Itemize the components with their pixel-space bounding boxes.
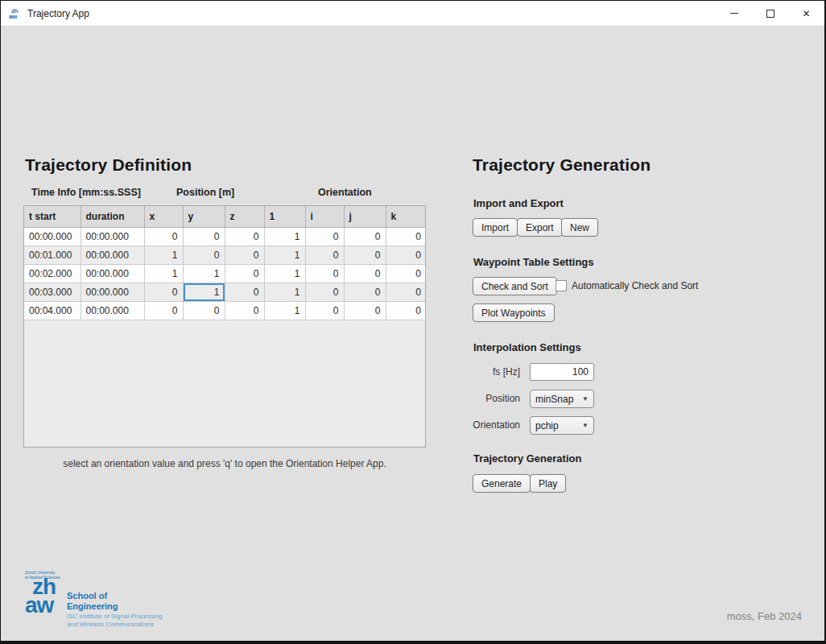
- table-cell[interactable]: 0: [305, 264, 344, 283]
- table-cell[interactable]: 0: [225, 246, 264, 264]
- fs-input[interactable]: [530, 363, 594, 381]
- maximize-button[interactable]: [752, 1, 788, 26]
- import-button[interactable]: Import: [473, 218, 518, 237]
- table-cell[interactable]: 0: [386, 227, 426, 246]
- app-logo-icon-line2: aw: [9, 14, 23, 19]
- table-cell[interactable]: 1: [183, 283, 225, 301]
- table-cell[interactable]: 1: [264, 301, 305, 320]
- table-cell[interactable]: 0: [386, 301, 426, 320]
- group-header-time-info: Time Info [mm:ss.SSS]: [31, 187, 141, 198]
- school-of-engineering-label: School of Engineering: [67, 591, 118, 612]
- table-cell[interactable]: 0: [225, 264, 264, 283]
- table-cell[interactable]: 1: [144, 264, 183, 283]
- auto-check-sort-label: Automatically Check and Sort: [572, 280, 698, 291]
- table-cell[interactable]: 00:00.000: [24, 227, 81, 246]
- table-body: 00:00.00000:00.000000100000:01.00000:00.…: [24, 227, 426, 320]
- table-cell[interactable]: 0: [305, 246, 344, 264]
- table-cell[interactable]: 0: [344, 246, 386, 264]
- zhaw-logo: zh aw: [25, 577, 56, 614]
- minimize-button[interactable]: [716, 1, 752, 26]
- table-cell[interactable]: 00:04.000: [24, 301, 81, 320]
- table-cell[interactable]: 00:00.000: [81, 301, 144, 320]
- table-cell[interactable]: 0: [144, 283, 183, 301]
- table-header-row: t startdurationxyz1ijk: [24, 206, 426, 227]
- minimize-icon: [730, 13, 738, 14]
- table-cell[interactable]: 1: [264, 283, 305, 301]
- table-cell[interactable]: 0: [344, 283, 386, 301]
- table-cell[interactable]: 00:00.000: [81, 246, 144, 264]
- table-cell[interactable]: 00:01.000: [24, 246, 81, 264]
- waypoint-table-grid: t startdurationxyz1ijk 00:00.00000:00.00…: [24, 206, 426, 320]
- table-cell[interactable]: 0: [225, 227, 264, 246]
- position-method-label: Position: [456, 393, 520, 404]
- table-cell[interactable]: 00:02.000: [24, 264, 81, 283]
- window-title: Trajectory App: [27, 8, 89, 19]
- table-cell[interactable]: 0: [144, 227, 183, 246]
- column-header: k: [386, 206, 426, 227]
- chevron-down-icon: ▼: [582, 395, 589, 402]
- play-button[interactable]: Play: [530, 474, 566, 493]
- generate-button[interactable]: Generate: [473, 474, 531, 493]
- table-cell[interactable]: 0: [305, 301, 344, 320]
- orientation-method-value: pchip: [535, 420, 559, 431]
- institute-label: ISC Institute of Signal Processing and W…: [67, 613, 163, 629]
- table-cell[interactable]: 1: [144, 246, 183, 264]
- table-cell[interactable]: 0: [225, 301, 264, 320]
- table-cell[interactable]: 0: [144, 301, 183, 320]
- table-cell[interactable]: 0: [386, 246, 426, 264]
- column-header: duration: [81, 206, 144, 227]
- position-method-dropdown[interactable]: minSnap ▼: [530, 390, 594, 408]
- table-row: 00:04.00000:00.0000001000: [24, 301, 426, 320]
- table-cell[interactable]: 0: [386, 264, 426, 283]
- column-header: i: [305, 206, 344, 227]
- table-cell[interactable]: 00:00.000: [81, 283, 144, 301]
- table-cell[interactable]: 0: [305, 227, 344, 246]
- interpolation-section-label: Interpolation Settings: [473, 341, 581, 353]
- check-and-sort-button[interactable]: Check and Sort: [473, 277, 557, 295]
- table-cell[interactable]: 0: [183, 246, 225, 264]
- column-header: x: [144, 206, 183, 227]
- table-cell[interactable]: 1: [264, 227, 305, 246]
- school-line1: School of: [67, 591, 118, 601]
- trajectory-generation-heading: Trajectory Generation: [473, 155, 650, 175]
- table-cell[interactable]: 0: [305, 283, 344, 301]
- table-cell[interactable]: 00:03.000: [24, 283, 81, 301]
- app-window: zh aw Trajectory App ✕ Trajectory Defini…: [0, 0, 826, 644]
- fs-label: fs [Hz]: [456, 366, 520, 378]
- orientation-help-text: select an orientation value and press 'q…: [23, 458, 426, 469]
- table-cell[interactable]: 0: [344, 264, 386, 283]
- import-export-section-label: Import and Export: [473, 197, 564, 209]
- orientation-method-label: Orientation: [456, 419, 520, 431]
- export-button[interactable]: Export: [517, 218, 563, 237]
- new-button[interactable]: New: [561, 218, 598, 237]
- table-cell[interactable]: 0: [225, 283, 264, 301]
- table-cell[interactable]: 0: [183, 227, 225, 246]
- column-header: j: [344, 206, 386, 227]
- generation-section-label: Trajectory Generation: [473, 452, 581, 464]
- school-line2: Engineering: [67, 601, 118, 612]
- column-header: 1: [264, 206, 305, 227]
- table-cell[interactable]: 0: [344, 301, 386, 320]
- auto-check-sort-row: Automatically Check and Sort: [555, 280, 698, 291]
- table-cell[interactable]: 00:00.000: [81, 264, 144, 283]
- close-button[interactable]: ✕: [788, 1, 824, 26]
- table-cell[interactable]: 1: [264, 264, 305, 283]
- orientation-method-dropdown[interactable]: pchip ▼: [530, 416, 594, 435]
- auto-check-sort-checkbox[interactable]: [555, 280, 567, 291]
- window-controls: ✕: [716, 1, 824, 26]
- main-area: Trajectory Definition Time Info [mm:ss.S…: [1, 27, 824, 641]
- waypoint-settings-section-label: Waypoint Table Settings: [473, 256, 594, 268]
- column-header: y: [183, 206, 225, 227]
- plot-waypoints-button[interactable]: Plot Waypoints: [473, 303, 555, 322]
- table-cell[interactable]: 0: [386, 283, 426, 301]
- table-row: 00:01.00000:00.0001001000: [24, 246, 426, 264]
- zhaw-logo-line2: aw: [25, 596, 56, 614]
- table-row: 00:03.00000:00.0000101000: [24, 283, 426, 301]
- table-cell[interactable]: 00:00.000: [81, 227, 144, 246]
- table-row: 00:02.00000:00.0001101000: [24, 264, 426, 283]
- table-cell[interactable]: 0: [344, 227, 386, 246]
- table-cell[interactable]: 1: [264, 246, 305, 264]
- title-bar: zh aw Trajectory App ✕: [1, 1, 824, 27]
- table-cell[interactable]: 0: [183, 301, 225, 320]
- table-cell[interactable]: 1: [183, 264, 225, 283]
